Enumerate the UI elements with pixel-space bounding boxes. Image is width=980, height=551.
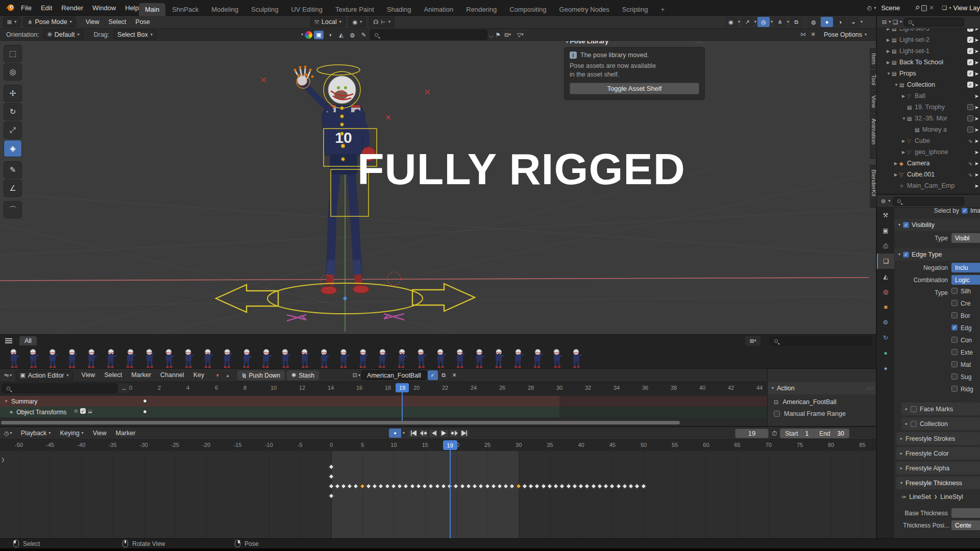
show-overlays-button[interactable]: ◎ <box>757 17 770 27</box>
panel-checkbox[interactable] <box>911 421 917 427</box>
disclosure-right-icon[interactable]: ▶ <box>894 161 899 166</box>
properties-search-input[interactable] <box>893 197 964 206</box>
asset-type-hdr-button[interactable]: ◍ <box>348 31 357 39</box>
drag-handle-icon[interactable]: ∷∷ <box>866 386 873 391</box>
timeline-playhead-label[interactable]: 19 <box>443 440 457 450</box>
restrict-select-icon[interactable]: ➤ <box>974 93 980 99</box>
keyframe-diamond[interactable] <box>528 483 534 489</box>
drag-select-box-dropdown[interactable]: Select Box▾ <box>113 30 157 39</box>
outliner-checkbox[interactable] <box>967 104 973 110</box>
pose-thumbnail[interactable] <box>296 347 313 369</box>
keyframe-dot[interactable] <box>143 399 147 403</box>
editor-timeline-icon[interactable]: ◷ <box>4 430 9 437</box>
pose-thumbnail[interactable] <box>238 347 255 369</box>
pose-thumbnail[interactable] <box>412 347 430 369</box>
edge-type-checkbox[interactable] <box>951 300 958 306</box>
timeline-body[interactable]: -50-45-40-35-30-25-20-15-10-505101520253… <box>0 440 876 538</box>
keyframe-diamond[interactable] <box>634 483 640 489</box>
rating-icon[interactable]: ◡ <box>489 32 494 38</box>
keyframe-diamond[interactable] <box>572 483 577 489</box>
pose-thumbnail[interactable] <box>393 347 410 369</box>
push-down-button[interactable]: ⧎Push Down <box>237 370 285 380</box>
asset-shelf-search-input[interactable] <box>770 337 872 345</box>
section-checkbox[interactable]: ✓ <box>903 252 909 258</box>
tool-pose-breakdowner[interactable]: ⌒ <box>4 201 22 218</box>
outliner-row[interactable]: ✛Main_Cam_Emp➤ <box>877 180 980 191</box>
restrict-select-icon[interactable]: ➤ <box>974 82 980 88</box>
outliner-checkbox[interactable]: ✓ <box>967 70 973 77</box>
panel-checkbox[interactable] <box>911 406 917 412</box>
visibility-section[interactable]: ▾✓Visibility <box>894 219 980 231</box>
pose-thumbnail[interactable] <box>509 347 527 369</box>
disclosure-down-icon[interactable]: ▼ <box>887 71 892 76</box>
drag-handle-icon[interactable]: ∷∷ <box>695 41 703 44</box>
display-options-button[interactable]: ⊟▾ <box>502 30 513 40</box>
workspace-tab-modeling[interactable]: Modeling <box>205 3 244 16</box>
show-object-types-button[interactable]: ◉ <box>725 17 737 27</box>
outliner-display-mode-icon[interactable]: ⊟ <box>882 19 887 26</box>
blenderkit-collapse-icon[interactable]: ▾ <box>301 33 303 37</box>
pose-thumbnail[interactable] <box>490 347 507 369</box>
pose-thumbnail[interactable] <box>141 347 158 369</box>
properties-filter-icon[interactable]: ⊜ <box>881 198 886 205</box>
disclosure-icon[interactable]: ▼ <box>4 399 8 404</box>
tool-measure[interactable]: ∠ <box>4 180 22 197</box>
restrict-select-icon[interactable]: ➤ <box>974 71 980 77</box>
disclosure-down-icon[interactable]: ▼ <box>902 116 907 121</box>
tool-move[interactable]: ✢ <box>4 85 22 102</box>
outliner-row[interactable]: ▶◆Camera∿➤ <box>877 158 980 169</box>
shading-solid-button[interactable]: ● <box>821 17 833 27</box>
dope-playhead-label[interactable]: 19 <box>396 383 409 392</box>
jump-to-end-button[interactable] <box>459 429 469 438</box>
menu-file[interactable]: File <box>16 0 36 16</box>
panel-freestyle-alpha[interactable]: ▸Freestyle Alpha <box>896 462 980 474</box>
tool-rotate[interactable]: ↻ <box>4 103 22 120</box>
play-reverse-button[interactable] <box>429 429 438 438</box>
dope-menu-view[interactable]: View <box>77 369 100 382</box>
asset-type-model-button[interactable]: ▣ <box>314 31 324 39</box>
workspace-tab-texture-paint[interactable]: Texture Paint <box>329 3 380 16</box>
outliner-checkbox[interactable]: ✓ <box>967 59 973 65</box>
disclosure-right-icon[interactable]: ▶ <box>887 49 892 54</box>
pin-icon[interactable]: ⚙ <box>74 409 78 414</box>
bookmark-icon[interactable]: ⚑ <box>496 32 501 38</box>
shading-wireframe-button[interactable]: ◍ <box>807 17 820 27</box>
fake-user-button[interactable]: ✓ <box>428 370 438 380</box>
restrict-select-icon[interactable]: ➤ <box>974 37 980 43</box>
workspace-tab-animation[interactable]: Animation <box>418 3 460 16</box>
restrict-select-icon[interactable]: ➤ <box>974 161 980 166</box>
pose-thumbnail[interactable] <box>374 347 391 369</box>
pose-thumbnail[interactable] <box>548 347 566 369</box>
negation-button[interactable]: Inclu <box>951 263 980 272</box>
pose-thumbnail[interactable] <box>63 347 81 369</box>
copy-icon[interactable] <box>921 5 927 11</box>
auto-key-button[interactable]: ● <box>389 429 401 438</box>
panel-freestyle-color[interactable]: ▸Freestyle Color <box>896 447 980 460</box>
manual-frame-range-row[interactable]: Manual Frame Range <box>768 410 876 417</box>
linestyle-label[interactable]: LineStyl <box>940 493 963 500</box>
keyframe-diamond[interactable] <box>534 483 540 489</box>
shading-rendered-button[interactable]: ◒ <box>847 17 860 27</box>
pose-thumbnail[interactable] <box>529 347 546 369</box>
pose-thumbnail[interactable] <box>335 347 352 369</box>
orientation-default-dropdown[interactable]: ⊕ Default▾ <box>43 30 84 39</box>
disclosure-right-icon[interactable]: ▶ <box>902 94 907 98</box>
restrict-select-icon[interactable]: ➤ <box>974 116 980 121</box>
disclosure-right-icon[interactable]: ▶ <box>902 139 907 143</box>
timeline-menu-playback[interactable]: Playback▾ <box>16 427 56 440</box>
current-frame-field[interactable]: 19 <box>735 429 769 438</box>
restrict-select-icon[interactable]: ➤ <box>974 48 980 54</box>
viewport-menu-select[interactable]: Select <box>104 16 131 29</box>
next-keyframe-button[interactable] <box>449 429 459 438</box>
action-name-field[interactable]: American_FootBall <box>361 370 427 380</box>
view-layer-icon[interactable]: ❏ <box>942 5 947 11</box>
unlink-action-button[interactable]: ✕ <box>450 370 459 380</box>
tool-scale[interactable]: ⤢ <box>4 121 22 139</box>
workspace-tab-uv-editing[interactable]: UV Editing <box>285 3 328 16</box>
x-mirror-icon[interactable]: ⋈ <box>800 31 806 38</box>
outliner-checkbox[interactable]: ✓ <box>967 37 973 43</box>
disclosure-right-icon[interactable]: ▶ <box>887 60 892 65</box>
tool-annotate[interactable]: ✎ <box>4 161 22 179</box>
transform-orientation-dropdown[interactable]: ⤧ Local▾ <box>310 17 346 27</box>
properties-tab-object-data[interactable]: ● <box>877 345 894 361</box>
